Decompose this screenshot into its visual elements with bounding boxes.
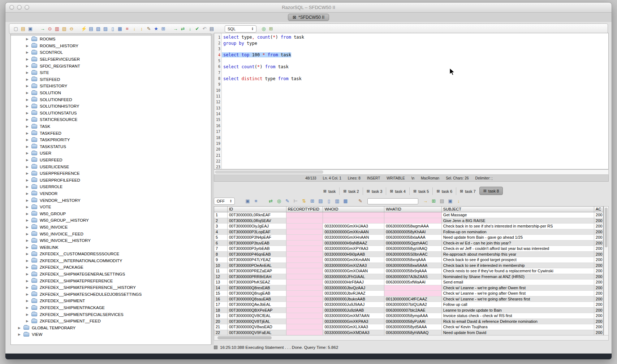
cell-id[interactable]: 00T3000000POeAnEAL xyxy=(228,263,286,269)
cell-id[interactable]: 00T3000000Q8rexEAB xyxy=(228,285,286,291)
new-file-icon[interactable]: ▢ xyxy=(12,25,20,32)
cell-id[interactable]: 00T3000000P3LopEAF xyxy=(228,229,286,235)
result-tab-task-5[interactable]: ⊠task 5 xyxy=(409,187,433,195)
disclosure-triangle-icon[interactable]: ▶ xyxy=(26,138,30,142)
disclosure-triangle-icon[interactable]: ▶ xyxy=(26,57,30,61)
database-tree[interactable]: ▶ROOMS▶ROOMS__HISTORY▶SCONTROL▶SELFSERVI… xyxy=(10,34,211,345)
cell-whoid[interactable]: 0033000000H9aNBAAZ xyxy=(323,240,384,246)
cell-recordtypeid[interactable] xyxy=(286,324,323,330)
cell-whoid[interactable]: 0033000000GmXHnAAN xyxy=(323,235,384,240)
tree-item-userprofilefeed[interactable]: ▶USERPROFILEFEED xyxy=(11,177,211,183)
reload-grid-icon[interactable]: ⊞ xyxy=(309,198,316,205)
tree-item-staticresource[interactable]: ▶STATICRESOURCE xyxy=(11,116,211,123)
cell-whatid[interactable] xyxy=(384,285,442,291)
editor-line[interactable]: 13 xyxy=(214,105,608,111)
close-tab-icon[interactable]: ⊠ xyxy=(436,189,440,194)
describe-icon[interactable]: ⊞ xyxy=(267,25,275,32)
history-list-icon[interactable]: ≡ xyxy=(124,25,131,32)
grid-horizontal-scrollbar[interactable] xyxy=(214,335,609,341)
sql-editor[interactable]: 1select type, count(*) from task2group b… xyxy=(214,33,609,169)
grid-hscroll-thumb[interactable] xyxy=(217,336,272,339)
table-row[interactable]: 1200T3000000PRR8rEAH0033000000JFhGIAAL00… xyxy=(214,274,603,280)
cell-subject[interactable]: Send email xyxy=(442,280,594,285)
tree-item-solutionstatus[interactable]: ▶SOLUTIONSTATUS xyxy=(11,110,211,117)
tree-item-vendor__history[interactable]: ▶VENDOR__HISTORY xyxy=(11,197,211,204)
cell-whoid[interactable] xyxy=(323,212,384,218)
cell-whatid[interactable]: 006300000058yKhAAI xyxy=(384,229,442,235)
editor-horizontal-scrollbar[interactable] xyxy=(214,169,609,175)
table-row[interactable]: 1400T3000000Q8rexEAB0033000000JbvQzAAJCh… xyxy=(214,285,603,291)
tree-item-rooms__history[interactable]: ▶ROOMS__HISTORY xyxy=(11,43,211,49)
table-tools-icon[interactable]: ⊞ xyxy=(160,25,167,32)
editor-scroll-thumb[interactable] xyxy=(215,170,323,174)
cell-subject[interactable]: Check w/ Leanne - we're going after Shea… xyxy=(442,296,594,302)
cell-whoid[interactable]: 0033000000HirF8AAJ xyxy=(323,280,384,285)
cell-whoid[interactable]: 0033000000GmXOiAAN xyxy=(323,268,384,274)
column-header-rownum[interactable] xyxy=(214,207,228,212)
cell-whatid[interactable]: 00630000005xfWaAAI xyxy=(384,280,442,285)
database-icon[interactable]: ⊖ xyxy=(68,25,75,32)
cell-ac[interactable]: 200 xyxy=(594,257,603,263)
disclosure-triangle-icon[interactable]: ▶ xyxy=(26,265,30,269)
tree-item-scontrol[interactable]: ▶SCONTROL xyxy=(11,49,211,56)
cell-subject[interactable]: Check-in w/ Jeff - couldn't afford last … xyxy=(442,246,594,252)
disclosure-triangle-icon[interactable]: ▶ xyxy=(26,306,30,309)
disclosure-triangle-icon[interactable]: ▶ xyxy=(26,71,30,74)
disclosure-triangle-icon[interactable]: ▶ xyxy=(26,192,30,195)
table-row[interactable]: 100T3000000L0RknEAFGet Massage200 xyxy=(214,212,603,218)
cell-id[interactable]: 00T3000000P3tuvEAB xyxy=(228,240,286,246)
editor-line[interactable]: 20 xyxy=(214,147,608,152)
export-grid-icon[interactable]: ⊞ xyxy=(430,198,437,205)
sort-down-icon[interactable]: ↓ xyxy=(131,25,138,32)
cell-whatid[interactable] xyxy=(384,212,442,218)
table-row[interactable]: 1800T3000000QBXPeEAP0033000000Ju9zlAAB00… xyxy=(214,308,603,313)
cell-id[interactable]: 00T3000000QV9FaEAL xyxy=(228,330,286,336)
cell-id[interactable]: 00T3000000P46qnEAB xyxy=(228,252,286,257)
script-results-icon[interactable]: ▤ xyxy=(439,198,445,205)
tree-item-zkfedex__internationalcommodity[interactable]: ▶ZKFEDEX__INTERNATIONALCOMMODITY xyxy=(11,257,211,264)
cell-id[interactable]: 00T3000000QBXPeEAP xyxy=(228,308,286,313)
cell-id[interactable]: 00T3000000QV8CfEAL xyxy=(228,313,286,319)
cell-recordtypeid[interactable] xyxy=(286,218,323,224)
cell-id[interactable]: 00T3000000P3N4pEAF xyxy=(228,235,286,240)
cell-subject[interactable]: Check w/ Leanne - we're going after Owen… xyxy=(442,285,594,291)
editor-line[interactable]: 12 xyxy=(214,99,608,105)
tree-item-weblink[interactable]: ▶WEBLINK xyxy=(11,244,211,251)
cell-recordtypeid[interactable] xyxy=(286,313,323,319)
cell-whoid[interactable]: 0033000000H9i0pAAB xyxy=(323,252,384,257)
cell-id[interactable]: 00T3000000QV8wsEAD xyxy=(228,324,286,330)
result-tab-task-2[interactable]: ⊠task 2 xyxy=(339,187,363,195)
export-icon[interactable]: ▧ xyxy=(95,25,102,32)
disconnect-icon[interactable]: ⊙ xyxy=(46,25,53,32)
generate-ddl-icon[interactable]: ▯ xyxy=(109,25,116,32)
disclosure-triangle-icon[interactable]: ▶ xyxy=(26,118,30,121)
cell-subject[interactable]: Get Massage xyxy=(442,212,594,218)
columns-icon[interactable]: ▤ xyxy=(317,198,324,205)
cell-recordtypeid[interactable] xyxy=(286,330,323,336)
tree-item-zkfedex__shipmatepreference[interactable]: ▶ZKFEDEX__SHIPMATEPREFERENCE xyxy=(11,277,211,284)
tree-item-userpreference[interactable]: ▶USERPREFERENCE xyxy=(11,170,211,177)
cell-whatid[interactable] xyxy=(384,218,442,224)
disclosure-triangle-icon[interactable]: ▶ xyxy=(26,91,30,95)
editor-line[interactable]: 9 xyxy=(214,82,608,87)
paste-icon[interactable]: ▧ xyxy=(61,25,68,32)
tree-item-zkfedex__shipmategeneralsettings[interactable]: ▶ZKFEDEX__SHIPMATEGENERALSETTINGS xyxy=(11,271,211,278)
cell-whoid[interactable]: 0033000000GmXIZAA3 xyxy=(323,263,384,269)
disclosure-triangle-icon[interactable]: ▶ xyxy=(26,158,30,162)
table-row[interactable]: 1600T3000000Q8sauEAB0033000000JbukoAAB00… xyxy=(214,296,603,302)
cell-subject[interactable]: Nominated by Shane Freeman at ANZ (HR50) xyxy=(442,274,594,280)
cell-subject[interactable]: Check back to see if interested in membe… xyxy=(442,263,594,269)
close-document-icon[interactable]: ⊠ xyxy=(293,15,296,20)
editor-line[interactable]: 22 xyxy=(214,158,608,164)
disclosure-triangle-icon[interactable]: ▶ xyxy=(26,252,30,256)
tree-item-zkfedex__shipment__feed[interactable]: ▶ZKFEDEX__SHIPMENT__FEED xyxy=(11,318,211,325)
cell-whatid[interactable]: 006300000058ympAAA xyxy=(384,313,442,319)
close-tab-icon[interactable]: ⊠ xyxy=(483,188,487,193)
cell-ac[interactable]: 200 xyxy=(594,291,603,296)
tree-view-icon[interactable]: ⊢ xyxy=(292,198,299,205)
cell-id[interactable]: 00T3000000P3yrbEAB xyxy=(228,246,286,252)
go-icon[interactable]: → xyxy=(172,25,179,32)
disclosure-triangle-icon[interactable]: ▶ xyxy=(26,239,30,242)
cell-id[interactable]: 00T3000000L0RqSEAV xyxy=(228,218,286,224)
cell-recordtypeid[interactable] xyxy=(286,291,323,296)
